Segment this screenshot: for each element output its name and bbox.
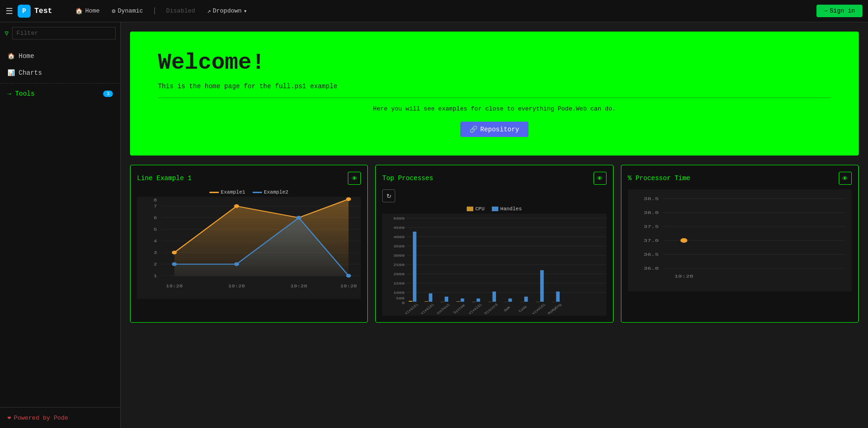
home-nav-icon: 🏠 (75, 7, 83, 15)
link-icon: 🔗 (470, 125, 477, 133)
legend-color-cpu (467, 207, 473, 211)
svg-text:vivaldi: vivaldi (404, 303, 419, 315)
svg-text:37.0: 37.0 (643, 238, 659, 243)
bar-chart-eye-button[interactable]: 👁 (594, 172, 607, 185)
svg-text:36.0: 36.0 (643, 266, 659, 271)
sidebar-nav: 🏠 Home 📊 Charts → Tools 3 (0, 44, 120, 407)
svg-text:19:28: 19:28 (340, 284, 357, 288)
svg-text:System: System (452, 304, 466, 314)
line-chart-eye-button[interactable]: 👁 (348, 172, 361, 185)
svg-text:19:28: 19:28 (674, 274, 693, 279)
sidebar-footer: ❤️ Powered by Pode (0, 407, 120, 428)
processor-chart-header: % Processor Time 👁 (628, 172, 852, 185)
hero-divider (158, 97, 831, 98)
charts-row: Line Example 1 👁 Example1 Example2 (130, 165, 859, 323)
sign-in-icon: → (824, 7, 828, 14)
legend-color-example1 (209, 192, 219, 193)
svg-text:vivaldi: vivaldi (467, 303, 483, 315)
svg-text:2: 2 (154, 262, 157, 266)
sidebar: ▽ 🏠 Home 📊 Charts → Tools 3 ❤️ Powered b… (0, 22, 121, 428)
dropdown-expand-icon: ↗ (207, 7, 211, 15)
legend-example1: Example1 (209, 189, 245, 195)
svg-text:MsMpEng: MsMpEng (547, 303, 563, 315)
legend-handles: Handles (492, 206, 522, 212)
app-title: Test (34, 7, 52, 15)
main-content: Welcome! This is the home page for the f… (121, 22, 868, 428)
legend-example2: Example2 (253, 189, 288, 195)
svg-text:19:28: 19:28 (166, 284, 183, 288)
nav-disabled: Disabled (162, 6, 200, 16)
sidebar-item-charts[interactable]: 📊 Charts (0, 65, 120, 81)
svg-rect-58 (476, 298, 480, 302)
svg-text:19:28: 19:28 (290, 284, 307, 288)
filter-input[interactable] (12, 27, 116, 39)
svg-text:6: 6 (154, 215, 157, 220)
repository-button[interactable]: 🔗 Repository (460, 122, 529, 137)
svg-text:8: 8 (154, 198, 157, 202)
line-chart-svg: 1 2 3 4 5 6 7 8 19:28 19:28 19:28 19:28 (137, 197, 361, 290)
charts-icon: 📊 (7, 69, 15, 77)
svg-rect-51 (425, 301, 429, 302)
hero-title: Welcome! (158, 50, 831, 75)
processor-chart-title: % Processor Time (628, 175, 690, 182)
bar-chart-refresh-button[interactable]: ↻ (382, 189, 395, 202)
line-chart-legend: Example1 Example2 (137, 189, 361, 195)
svg-text:3: 3 (154, 250, 157, 255)
hero-subtitle: This is the home page for the full.ps1 e… (158, 83, 831, 90)
main-layout: ▽ 🏠 Home 📊 Charts → Tools 3 ❤️ Powered b… (0, 22, 868, 428)
svg-text:Discord: Discord (483, 303, 499, 315)
hero-description: Here you will see examples for close to … (158, 105, 831, 112)
svg-text:4: 4 (154, 239, 157, 243)
svg-text:19:28: 19:28 (228, 284, 245, 288)
line-chart-header: Line Example 1 👁 (137, 172, 361, 185)
nav-dynamic[interactable]: ⚙️ Dynamic (107, 6, 148, 17)
hero-btn-area: 🔗 Repository (158, 122, 831, 137)
processor-chart-eye-button[interactable]: 👁 (839, 172, 852, 185)
processor-chart-area: 38.5 38.0 37.5 37.0 36.5 36.0 19:28 (628, 189, 852, 292)
sidebar-item-home[interactable]: 🏠 Home (0, 48, 120, 65)
home-icon: 🏠 (7, 52, 15, 60)
sign-in-button[interactable]: → Sign in (816, 5, 862, 17)
svg-text:dwm: dwm (503, 305, 512, 312)
svg-text:3000: 3000 (393, 253, 405, 258)
svg-text:37.5: 37.5 (643, 224, 659, 229)
sidebar-divider (0, 83, 120, 84)
legend-cpu: CPU (467, 206, 484, 212)
svg-text:3500: 3500 (393, 244, 405, 249)
svg-text:38.5: 38.5 (643, 196, 659, 201)
svg-rect-50 (413, 232, 417, 302)
svg-rect-49 (409, 301, 412, 302)
svg-point-26 (234, 262, 239, 266)
hamburger-icon[interactable]: ☰ (6, 6, 13, 16)
svg-text:Code: Code (518, 305, 528, 313)
nav-dropdown[interactable]: ↗ Dropdown ▾ (202, 6, 252, 17)
app-logo: P (18, 5, 31, 18)
line-chart-title: Line Example 1 (137, 175, 192, 182)
svg-text:2500: 2500 (393, 263, 405, 267)
svg-rect-55 (457, 301, 460, 302)
nav-home[interactable]: 🏠 Home (71, 6, 104, 17)
svg-point-91 (680, 238, 687, 243)
sidebar-filter-area: ▽ (0, 22, 120, 44)
arrow-right-icon: → (7, 90, 11, 97)
processor-chart-card: % Processor Time 👁 38.5 38.0 (621, 165, 859, 323)
heart-icon: ❤️ (7, 414, 11, 422)
svg-text:1: 1 (154, 273, 157, 278)
svg-text:4500: 4500 (393, 226, 405, 230)
top-navigation: ☰ P Test 🏠 Home ⚙️ Dynamic | Disabled ↗ … (0, 0, 868, 22)
svg-rect-60 (493, 292, 496, 302)
svg-text:vivaldi: vivaldi (531, 303, 547, 315)
svg-rect-57 (473, 302, 476, 302)
svg-text:5: 5 (154, 227, 157, 232)
line-chart-area: 1 2 3 4 5 6 7 8 19:28 19:28 19:28 19:28 (137, 197, 361, 299)
line-chart-card: Line Example 1 👁 Example1 Example2 (130, 165, 368, 323)
svg-text:36.5: 36.5 (643, 252, 659, 257)
filter-icon: ▽ (5, 29, 8, 37)
bar-chart-legend: CPU Handles (382, 206, 606, 212)
bar-chart-title: Top Processes (382, 175, 433, 182)
svg-text:vivaldi: vivaldi (420, 303, 436, 315)
sidebar-item-tools[interactable]: → Tools 3 (0, 85, 120, 102)
svg-text:4000: 4000 (393, 235, 405, 240)
bar-chart-area: 5000 4500 4000 3500 3000 2500 2000 1500 … (382, 214, 606, 316)
tools-badge: 3 (103, 91, 113, 97)
